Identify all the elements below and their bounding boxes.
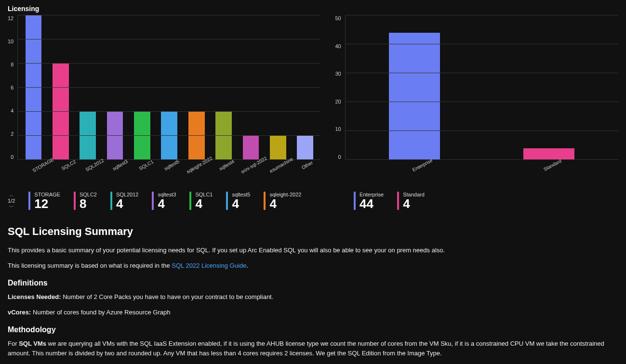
bar-sqltest3[interactable] <box>107 112 123 160</box>
gridline <box>18 87 320 88</box>
kpi-value: 4 <box>403 197 425 210</box>
kpi-SQLC2[interactable]: SQLC28 <box>74 192 97 210</box>
kpi-color-bar <box>397 192 399 210</box>
gridline <box>18 15 320 15</box>
x-label: esumachine <box>269 156 299 182</box>
kpi-color-bar <box>74 192 76 210</box>
x-label: sqltest5 <box>160 156 189 182</box>
section-title-licensing: Licensing <box>8 5 618 13</box>
def1-text: Number of 2 Core Packs you have to have … <box>61 293 274 300</box>
bar-sqleight-2022[interactable] <box>188 112 205 160</box>
kpi-color-bar <box>28 192 30 210</box>
kpi-list-editions: Enterprise44Standard4 <box>354 192 618 210</box>
x-label: sqltest4 <box>214 156 243 182</box>
licensing-guide-link[interactable]: SQL 2022 Licensing Guide <box>172 262 246 269</box>
y-tick: 50 <box>335 15 341 21</box>
kpi-sqltest5[interactable]: sqltest54 <box>226 192 250 210</box>
y-tick: 8 <box>11 62 13 67</box>
bar-slot <box>347 15 482 160</box>
kpi-color-bar <box>226 192 228 210</box>
definitions-heading: Definitions <box>8 279 615 287</box>
y-tick: 10 <box>8 39 13 44</box>
kpi-color-bar <box>189 192 191 210</box>
gridline <box>18 63 320 64</box>
chevron-up-icon[interactable]: ︿ <box>9 193 14 197</box>
y-tick: 12 <box>8 15 13 21</box>
bar-esumachine[interactable] <box>270 136 286 160</box>
kpi-value: 4 <box>195 197 213 210</box>
y-tick: 0 <box>338 154 341 160</box>
y-tick: 20 <box>335 99 341 104</box>
kpi-value: 4 <box>269 197 301 210</box>
kpi-color-bar <box>354 192 356 210</box>
methodology-heading: Methodology <box>8 325 615 334</box>
bar-slot <box>20 15 47 160</box>
kpi-value: 4 <box>158 197 176 210</box>
kpi-color-bar <box>110 192 112 210</box>
method-text: we are querying all VMs with the SQL Iaa… <box>8 340 604 357</box>
x-label: SQLC1 <box>133 156 163 182</box>
summary-intro-2: This licensing summary is based on what … <box>8 261 615 271</box>
bar-SQL2012[interactable] <box>80 112 96 160</box>
methodology-text: For SQL VMs we are querying all VMs with… <box>8 339 615 358</box>
x-label: Other <box>295 156 324 182</box>
bar-slot <box>237 15 264 160</box>
y-tick: 30 <box>335 71 341 77</box>
kpi-SQLC1[interactable]: SQLC14 <box>189 192 213 210</box>
kpi-color-bar <box>264 192 266 210</box>
bar-srini-sql-2022[interactable] <box>243 136 259 160</box>
charts-row: 121086420 STORAGESQLC2SQL2012sqltest3SQL… <box>8 15 618 177</box>
summary-intro-1: This provides a basic summary of your po… <box>8 246 615 255</box>
bar-slot <box>292 15 319 160</box>
bar-Other[interactable] <box>297 136 313 160</box>
bar-slot <box>74 15 101 160</box>
gridline <box>346 44 618 44</box>
kpi-Standard[interactable]: Standard4 <box>397 192 425 210</box>
y-tick: 40 <box>335 43 341 49</box>
x-label: sqltest3 <box>108 156 137 182</box>
chart-by-machine: 121086420 STORAGESQLC2SQL2012sqltest3SQL… <box>8 15 320 177</box>
x-label: SQLC2 <box>56 156 86 182</box>
bar-slot <box>101 15 128 160</box>
y-tick: 0 <box>11 154 13 160</box>
bar-SQLC1[interactable] <box>134 112 150 160</box>
kpi-sqltest3[interactable]: sqltest34 <box>152 192 176 210</box>
pager-text: 1/2 <box>8 198 15 204</box>
def2-label: vCores: <box>8 309 31 316</box>
bar-slot <box>47 15 74 160</box>
kpi-SQL2012[interactable]: SQL20124 <box>110 192 138 210</box>
intro2-prefix: This licensing summary is based on what … <box>8 262 172 269</box>
bar-slot <box>183 15 210 160</box>
bar-sqltest4[interactable] <box>215 112 232 160</box>
kpi-sqleight-2022[interactable]: sqleight-20224 <box>264 192 301 210</box>
y-tick: 10 <box>335 126 341 132</box>
kpi-STORAGE[interactable]: STORAGE12 <box>28 192 60 210</box>
chart-by-edition: 50403020100 EnterpriseStandard <box>335 15 618 177</box>
definition-vcores: vCores: Number of cores found by Azure R… <box>8 308 615 317</box>
intro2-suffix: . <box>246 262 248 269</box>
bar-Enterprise[interactable] <box>389 33 440 160</box>
method-prefix: For <box>8 340 19 347</box>
gridline <box>18 39 320 39</box>
gridline <box>346 130 618 131</box>
def2-text: Number of cores found by Azure Resource … <box>31 309 170 316</box>
def1-label: Licenses Needed: <box>8 293 61 300</box>
text-section: SQL Licensing Summary This provides a ba… <box>8 225 615 358</box>
gridline <box>18 135 320 136</box>
summary-title: SQL Licensing Summary <box>8 225 615 238</box>
bar-SQLC2[interactable] <box>53 64 69 160</box>
gridline <box>18 111 320 112</box>
x-axis-labels: EnterpriseStandard <box>354 160 618 177</box>
kpi-value: 4 <box>232 197 250 210</box>
bar-STORAGE[interactable] <box>26 15 42 160</box>
y-tick: 4 <box>11 108 13 114</box>
bar-slot <box>210 15 237 160</box>
chevron-down-icon[interactable]: ﹀ <box>9 205 14 209</box>
gridline <box>18 159 320 160</box>
definition-licenses-needed: Licenses Needed: Number of 2 Core Packs … <box>8 292 615 302</box>
kpi-pager: ︿ 1/2 ﹀ <box>8 193 15 209</box>
kpi-value: 12 <box>34 197 60 210</box>
bar-sqltest5[interactable] <box>161 112 177 160</box>
kpi-value: 8 <box>80 197 97 210</box>
kpi-value: 4 <box>116 197 138 210</box>
